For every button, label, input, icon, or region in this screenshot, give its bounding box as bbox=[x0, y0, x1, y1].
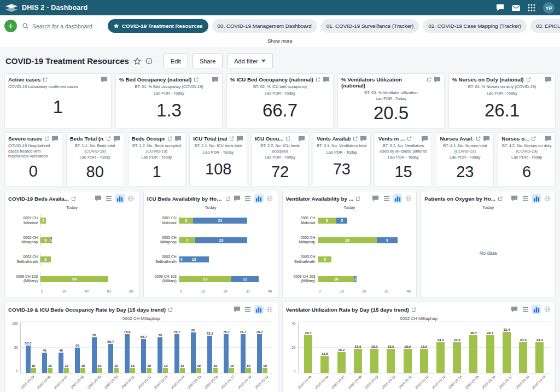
card-title[interactable]: % ICU Bed Occupancy (national) bbox=[230, 77, 313, 83]
card-title[interactable]: Vents Availab... bbox=[317, 136, 351, 142]
card-title[interactable]: % Bed Occupancy (national) bbox=[119, 77, 191, 83]
card-title[interactable]: Active cases bbox=[8, 77, 40, 83]
open-in-app-icon[interactable] bbox=[44, 136, 49, 141]
open-in-app-icon[interactable] bbox=[71, 196, 76, 201]
chat-icon[interactable] bbox=[421, 136, 428, 142]
open-in-app-icon[interactable] bbox=[355, 196, 360, 201]
kpi-card[interactable]: Active casesCOVID-19 Laboratory confirme… bbox=[4, 73, 112, 128]
chat-icon[interactable] bbox=[323, 77, 330, 83]
card-title[interactable]: Beds Total (n... bbox=[70, 136, 104, 142]
chat-icon[interactable] bbox=[51, 136, 59, 142]
map-globe-icon[interactable] bbox=[265, 194, 275, 203]
chip-management-dashboard[interactable]: 00. COVID-19 Management Dashboard bbox=[212, 19, 317, 33]
chat-icon[interactable] bbox=[232, 305, 242, 314]
pivot-table-icon[interactable] bbox=[521, 194, 530, 203]
chat-icon[interactable] bbox=[174, 136, 182, 142]
open-in-app-icon[interactable] bbox=[316, 77, 320, 82]
open-in-app-icon[interactable] bbox=[407, 136, 412, 141]
kpi-card[interactable]: Beds Occupie...BT: 1.2. No. Beds occupie… bbox=[128, 132, 186, 187]
kpi-card[interactable]: Severe casesCOVID-19 Hospitalized cases … bbox=[4, 132, 62, 187]
pivot-table-icon[interactable] bbox=[382, 194, 391, 203]
bar-chart-icon[interactable] bbox=[393, 194, 402, 203]
chat-icon[interactable] bbox=[113, 136, 120, 142]
open-in-app-icon[interactable] bbox=[476, 136, 481, 141]
kpi-card[interactable]: % Nurses on Duty (national)BT: 04. % Nur… bbox=[448, 73, 556, 128]
card-title[interactable]: Nurses o... bbox=[501, 136, 529, 142]
chat-icon[interactable] bbox=[510, 305, 519, 314]
pivot-table-icon[interactable] bbox=[243, 194, 253, 203]
info-icon[interactable] bbox=[145, 57, 153, 65]
search-input[interactable] bbox=[32, 23, 100, 30]
kpi-card[interactable]: Nurses o...BT: 4.2. No. Nurses on duty (… bbox=[498, 132, 556, 187]
card-title[interactable]: Ventilator Availability by ... bbox=[286, 196, 353, 202]
open-in-app-icon[interactable] bbox=[498, 196, 503, 201]
add-filter-button[interactable]: Add filter bbox=[227, 54, 272, 68]
chat-icon[interactable] bbox=[360, 136, 367, 142]
chip-surveillance-tracker[interactable]: 01. COVID-19 Surveillance (Tracker) bbox=[321, 19, 419, 33]
card-title[interactable]: ICU Beds Availability by Hos... bbox=[147, 196, 223, 202]
card-title[interactable]: % Ventilators Utilization (national) bbox=[341, 77, 424, 89]
pivot-table-icon[interactable] bbox=[104, 194, 114, 203]
open-in-app-icon[interactable] bbox=[106, 136, 111, 141]
messages-icon[interactable] bbox=[512, 5, 520, 11]
chart-card-beds-availability[interactable]: COVID-19 Beds Availa... Today 0001 CH Ma… bbox=[4, 191, 139, 298]
card-title[interactable]: % Nurses on Duty (national) bbox=[452, 77, 524, 83]
chat-icon[interactable] bbox=[545, 136, 552, 142]
chat-icon[interactable] bbox=[94, 194, 103, 203]
open-in-app-icon[interactable] bbox=[526, 77, 531, 82]
kpi-card[interactable]: Nurses Avail...BT: 4.1. No. Nurses total… bbox=[436, 132, 494, 187]
map-globe-icon[interactable] bbox=[265, 305, 275, 314]
card-title[interactable]: Nurses Avail... bbox=[440, 136, 474, 142]
open-in-app-icon[interactable] bbox=[531, 136, 536, 141]
chip-epicurve-by-province[interactable]: 03. EPICURVE by Province bbox=[530, 19, 560, 33]
bar-chart-icon[interactable] bbox=[115, 194, 125, 203]
chip-covid19-treatment-resources[interactable]: COVID-19 Treatment Resources bbox=[108, 19, 208, 33]
card-title[interactable]: Severe cases bbox=[8, 136, 42, 142]
card-title[interactable]: Beds Occupie... bbox=[132, 136, 166, 142]
interpretations-icon[interactable] bbox=[496, 4, 504, 11]
edit-button[interactable]: Edit bbox=[164, 54, 188, 68]
show-more-button[interactable]: Show more bbox=[267, 38, 293, 44]
open-in-app-icon[interactable] bbox=[168, 307, 173, 312]
kpi-card[interactable]: % Bed Occupancy (national)BT: 01. % Bed … bbox=[115, 73, 223, 128]
kpi-card[interactable]: Vents in ...BT: 3.2. No. Ventilators use… bbox=[375, 132, 433, 187]
chat-icon[interactable] bbox=[236, 136, 243, 142]
user-avatar[interactable]: YP bbox=[543, 2, 555, 14]
chart-card-icu-beds-availability[interactable]: ICU Beds Availability by Hos... Today 00… bbox=[143, 191, 278, 298]
star-outline-icon[interactable] bbox=[133, 57, 141, 65]
new-dashboard-button[interactable]: + bbox=[4, 20, 17, 32]
chat-icon[interactable] bbox=[212, 77, 219, 83]
open-in-app-icon[interactable] bbox=[427, 77, 431, 82]
card-title[interactable]: Patients on Oxygen by Ho... bbox=[424, 196, 495, 202]
chart-card-beds-occupancy-trend[interactable]: COVID-19 & ICU Beds Occupancy Rate by Da… bbox=[4, 302, 278, 392]
kpi-card[interactable]: ICU Occu...BT: 2.2. No. ICU beds occupie… bbox=[251, 132, 309, 187]
chat-icon[interactable] bbox=[483, 136, 490, 142]
card-title[interactable]: COVID-19 Beds Availa... bbox=[8, 196, 69, 202]
chat-icon[interactable] bbox=[510, 194, 519, 203]
map-globe-icon[interactable] bbox=[542, 305, 552, 314]
card-title[interactable]: Vents in ... bbox=[378, 136, 405, 142]
dashboard-search[interactable] bbox=[22, 22, 103, 30]
card-title[interactable]: ICU Occu... bbox=[255, 136, 283, 142]
card-title[interactable]: Ventilator Utilization Rate by Day (15 d… bbox=[286, 307, 409, 313]
chat-icon[interactable] bbox=[298, 136, 305, 142]
kpi-card[interactable]: Beds Total (n...BT: 1.1. No. Beds total … bbox=[66, 132, 124, 187]
chart-card-patients-on-oxygen[interactable]: Patients on Oxygen by Ho... Today No dat… bbox=[421, 191, 556, 298]
share-button[interactable]: Share bbox=[192, 54, 223, 68]
bar-chart-icon[interactable] bbox=[254, 194, 264, 203]
map-globe-icon[interactable] bbox=[404, 194, 413, 203]
chat-icon[interactable] bbox=[232, 194, 242, 203]
chip-case-mapping-tracker[interactable]: 02. COVID-19 Case Mapping (Tracker) bbox=[423, 19, 527, 33]
chart-card-ventilator-utilization-trend[interactable]: Ventilator Utilization Rate by Day (15 d… bbox=[282, 302, 556, 392]
open-in-app-icon[interactable] bbox=[225, 196, 230, 201]
pivot-table-icon[interactable] bbox=[243, 305, 253, 314]
bar-chart-icon[interactable] bbox=[532, 305, 541, 314]
open-in-app-icon[interactable] bbox=[43, 77, 48, 82]
apps-grid-icon[interactable] bbox=[528, 4, 535, 11]
map-globe-icon[interactable] bbox=[126, 194, 136, 203]
kpi-card[interactable]: % ICU Bed Occupancy (national)BT: 02. % … bbox=[226, 73, 334, 128]
bar-chart-icon[interactable] bbox=[532, 194, 541, 203]
chart-card-ventilator-availability[interactable]: Ventilator Availability by ... Today 000… bbox=[282, 191, 417, 298]
open-in-app-icon[interactable] bbox=[194, 77, 199, 82]
open-in-app-icon[interactable] bbox=[229, 136, 234, 141]
